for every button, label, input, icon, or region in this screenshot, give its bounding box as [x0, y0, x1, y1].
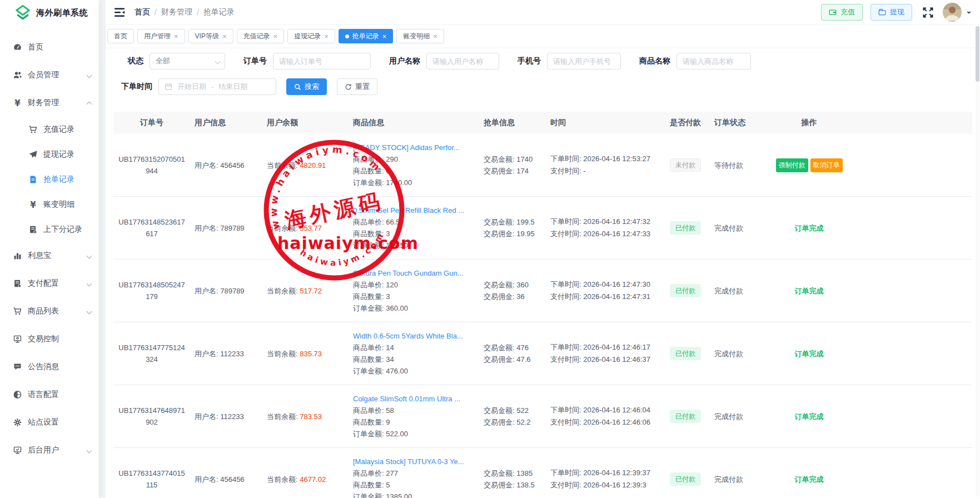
- tab-label: 提现记录: [294, 32, 321, 41]
- sidebar-item-home[interactable]: 首页: [0, 33, 99, 61]
- search-button[interactable]: 搜索: [286, 78, 327, 95]
- svg-text:¥: ¥: [30, 200, 36, 209]
- product-name-input[interactable]: [676, 53, 751, 69]
- close-icon[interactable]: ×: [273, 33, 278, 40]
- product-link[interactable]: [READY STOCK] Adidas Perfor...: [353, 142, 476, 153]
- product-link[interactable]: Width 0.6-5cm 5Yards White Bla...: [353, 330, 476, 342]
- trade-amount: 交易金额: 360: [484, 279, 543, 291]
- chevron-down-icon: [87, 447, 92, 453]
- sidebar-item-withdraw-records[interactable]: 提现记录: [0, 142, 99, 167]
- tab-user-management[interactable]: 用户管理×: [137, 29, 185, 43]
- reset-button[interactable]: 重置: [337, 78, 377, 95]
- calendar-icon: [165, 83, 172, 91]
- close-icon[interactable]: ×: [324, 33, 329, 40]
- cancel-order-button[interactable]: 取消订单: [810, 158, 843, 172]
- order-number: UB17763147775124324: [117, 342, 187, 365]
- breadcrumb-home[interactable]: 首页: [135, 7, 150, 17]
- product-quantity: 商品数量: 34: [353, 353, 476, 365]
- sidebar-item-payment-config[interactable]: 支付配置: [0, 270, 99, 297]
- product-unit-price: 商品单价: 120: [353, 279, 476, 291]
- fullscreen-icon[interactable]: [922, 7, 934, 18]
- order-number: UB17763152070501944: [117, 153, 187, 177]
- yen-icon: ¥: [28, 200, 38, 209]
- order-no-cell: UB17763152070501944: [113, 153, 191, 177]
- product-order-amount: 订单金额: 360.00: [353, 302, 476, 314]
- user-menu-caret-icon[interactable]: [967, 12, 971, 16]
- refresh-icon: [345, 83, 352, 91]
- status-select[interactable]: 全部: [150, 53, 225, 69]
- tab-home[interactable]: 首页: [107, 29, 134, 43]
- column-header: 时间: [547, 118, 661, 128]
- sidebar-item-interest[interactable]: 利息宝: [0, 242, 99, 270]
- scrollbar-thumb[interactable]: [976, 26, 979, 82]
- sidebar-item-site-settings[interactable]: 站点设置: [0, 409, 99, 436]
- product-unit-price: 商品单价: 66.5: [353, 216, 476, 228]
- sidebar-item-balance-changes[interactable]: ¥账变明细: [0, 192, 99, 217]
- sidebar-item-label: 后台用户: [28, 445, 59, 455]
- trade-commission: 交易佣金: 19.95: [484, 228, 543, 240]
- user-info-cell: 用户名: 456456: [191, 474, 263, 485]
- product-link[interactable]: Colgate SlimSoft 0.01mm Ultra ...: [353, 393, 476, 405]
- close-icon[interactable]: ×: [222, 33, 227, 40]
- product-cell: [Malaysia Stock] TUTUYA 0-3 Ye...商品单价: 2…: [350, 456, 480, 498]
- tab-grab-records[interactable]: 抢单记录×: [339, 29, 394, 43]
- table-row: UB17763152070501944用户名: 456456当前余额: 4820…: [113, 134, 972, 197]
- yen-icon: ¥: [12, 98, 23, 108]
- sidebar-item-admin-users[interactable]: 后台用户: [0, 436, 99, 464]
- sidebar-item-recharge-records[interactable]: 充值记录: [0, 117, 99, 142]
- order-complete-text: 订单完成: [795, 224, 824, 232]
- balance-cell: 当前余额: 553.77: [263, 222, 350, 234]
- recharge-button[interactable]: 充值: [821, 4, 863, 21]
- product-link[interactable]: 0.5mm Gel Pen Refill Black Red ...: [353, 205, 476, 216]
- order-no-cell: UB17763148505247179: [113, 279, 191, 302]
- user-info-cell: 用户名: 112233: [191, 411, 263, 422]
- sidebar-item-label: 利息宝: [28, 251, 51, 261]
- tab-vip-level[interactable]: VIP等级×: [188, 29, 233, 43]
- sidebar-item-label: 上下分记录: [43, 225, 82, 235]
- gear-icon: [12, 418, 23, 427]
- table-header: 订单号用户信息用户余额商品信息抢单信息时间是否付款订单状态操作: [113, 112, 972, 134]
- user-info-cell: 用户名: 789789: [191, 222, 263, 234]
- username-input[interactable]: [426, 53, 499, 69]
- tab-withdraw-records[interactable]: 提现记录×: [287, 29, 335, 43]
- sidebar-item-label: 充值记录: [43, 124, 74, 135]
- balance-cell: 当前余额: 4677.02: [263, 474, 350, 485]
- sidebar-item-announcements[interactable]: 公告消息: [0, 353, 99, 381]
- order-time: 下单时间: 2026-04-16 12:47:30: [550, 278, 656, 291]
- scrollbar[interactable]: [976, 26, 979, 497]
- order-time-range-input[interactable]: 开始日期 - 结束日期: [158, 78, 276, 95]
- sidebar-gap: [99, 0, 106, 498]
- pay-time: 支付时间: 2026-04-16 12:47:31: [550, 291, 656, 303]
- sidebar-item-label: 会员管理: [28, 70, 59, 80]
- avatar[interactable]: [943, 3, 962, 22]
- sidebar-item-grab-records[interactable]: 抢单记录: [0, 167, 99, 192]
- product-link[interactable]: Sakura Pen Touch Gundam Gun...: [353, 267, 476, 279]
- grab-info-cell: 交易金额: 360交易佣金: 36: [480, 279, 547, 302]
- start-date-placeholder: 开始日期: [177, 82, 206, 92]
- menu-collapse-icon[interactable]: [115, 8, 126, 17]
- close-icon[interactable]: ×: [433, 33, 437, 40]
- withdraw-button[interactable]: 提现: [870, 4, 912, 21]
- sidebar-item-language-config[interactable]: 语言配置: [0, 381, 99, 409]
- column-header: 操作: [764, 118, 855, 128]
- balance-value: 517.72: [300, 287, 322, 295]
- phone-label: 手机号: [518, 56, 541, 66]
- phone-input[interactable]: [547, 53, 621, 69]
- tab-balance-changes[interactable]: 账变明细×: [396, 29, 444, 43]
- breadcrumb-finance[interactable]: 财务管理: [161, 7, 192, 17]
- sidebar-item-finance[interactable]: ¥财务管理: [0, 89, 99, 117]
- force-pay-button[interactable]: 强制付款: [776, 158, 808, 172]
- sidebar-item-product-list[interactable]: 商品列表: [0, 297, 99, 325]
- sidebar-item-trade-control[interactable]: 交易控制: [0, 325, 99, 353]
- product-link[interactable]: [Malaysia Stock] TUTUYA 0-3 Ye...: [353, 456, 476, 467]
- tab-recharge-records[interactable]: 充值记录×: [237, 29, 285, 43]
- close-icon[interactable]: ×: [174, 33, 178, 40]
- order-no-input[interactable]: [273, 53, 371, 69]
- sidebar-item-updown-records[interactable]: 上下分记录: [0, 217, 99, 242]
- filter-row-1: 状态 全部 订单号 用户名称 手机号 商品名称: [106, 53, 980, 69]
- column-header: 用户余额: [263, 118, 350, 128]
- breadcrumb: 首页 / 财务管理 / 抢单记录: [135, 7, 235, 17]
- sidebar-item-members[interactable]: 会员管理: [0, 61, 99, 89]
- close-icon[interactable]: ×: [382, 33, 387, 40]
- operation-cell: 强制付款取消订单: [764, 158, 855, 172]
